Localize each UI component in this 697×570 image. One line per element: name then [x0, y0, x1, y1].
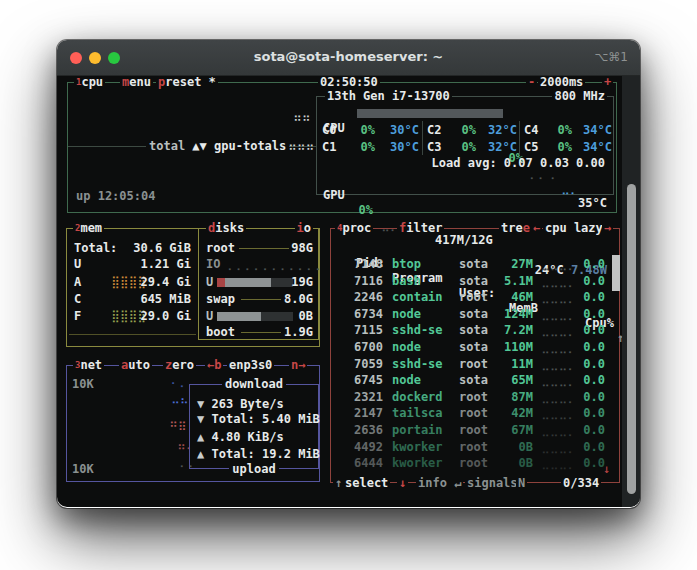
- disks-box: disks io root98G IO⡀⡀⡀⡀⡀⡀⡀⡀⡀⡀⡀ U19G swap…: [198, 228, 319, 340]
- net-box-title: 3net: [73, 358, 104, 372]
- gpu-label: GPU: [323, 188, 345, 203]
- disk-root-used-row: U19G: [199, 275, 318, 290]
- proc-program: sshd-se: [392, 357, 443, 372]
- menu-button[interactable]: menu: [120, 76, 153, 89]
- proc-selection-count: 0/334: [561, 476, 601, 490]
- proc-mem: 11M: [485, 357, 533, 372]
- mem-box: 2mem Total:30.6 GiB U1.21 Gi A⣿⣿⣿⣿29.4 G…: [66, 228, 320, 347]
- net-download-graph-dots: ⣀⣄: [171, 390, 189, 405]
- proc-mem: 87M: [485, 390, 533, 405]
- select-button[interactable]: select: [343, 476, 390, 490]
- proc-mem: 27M: [485, 257, 533, 272]
- proc-row[interactable]: 6734nodesota124M⣀⣀⣀⡀0.0: [337, 307, 619, 322]
- proc-row[interactable]: 2147tailscaroot42M⣀⣀⣀⡀0.0: [337, 406, 619, 421]
- cpu-box: 1cpu menu preset * 02:50:50 - 2000ms + t…: [67, 82, 617, 213]
- sort-next-button[interactable]: →: [602, 221, 613, 235]
- proc-program: tailsca: [392, 406, 443, 421]
- tree-toggle[interactable]: tree: [499, 221, 532, 235]
- proc-program: portain: [392, 423, 443, 438]
- cpu-frequency-label: 800 MHz: [552, 89, 607, 103]
- proc-pid: 7059: [337, 357, 383, 372]
- interval-increase-button[interactable]: +: [602, 76, 613, 89]
- proc-user: root: [459, 290, 488, 305]
- filter-button[interactable]: filter: [397, 221, 444, 235]
- mem-divider-line: [69, 334, 196, 335]
- proc-box-title: 4proc: [335, 221, 373, 235]
- proc-cpu: 0.0: [571, 274, 605, 289]
- mem-free-row: F⣿⣿⣿⣿29.0 Gi: [67, 309, 198, 324]
- upload-speed-row: ▲ 4.80 KiB/s: [197, 430, 284, 445]
- proc-row[interactable]: 4492kworkerroot0B⣀⣀⣀⡀0.0: [337, 440, 619, 455]
- net-auto-toggle[interactable]: auto: [119, 358, 152, 372]
- cpu-box-title: 1cpu: [74, 76, 105, 89]
- proc-program: contain: [392, 290, 443, 305]
- info-button[interactable]: info ↵: [416, 476, 463, 490]
- net-prev-interface-button[interactable]: ←b: [205, 358, 223, 372]
- proc-row[interactable]: 2321dockerdroot87M⣀⣀⣀⡀0.0: [337, 390, 619, 405]
- proc-program: btop: [392, 257, 421, 272]
- net-next-interface-button[interactable]: n→: [289, 358, 307, 372]
- preset-button[interactable]: preset *: [156, 76, 218, 89]
- select-down-icon[interactable]: ↓: [397, 476, 408, 490]
- proc-pid: 7116: [337, 274, 383, 289]
- proc-row[interactable]: 6700nodesota110M⣀⣀⣀⡀0.0: [337, 340, 619, 355]
- proc-pid: 4492: [337, 440, 383, 455]
- proc-program: sshd-se: [392, 323, 443, 338]
- net-scale-top: 10K: [72, 377, 94, 392]
- proc-program: node: [392, 340, 421, 355]
- proc-user: sota: [459, 274, 488, 289]
- signals-button[interactable]: signals: [465, 476, 520, 490]
- proc-mem: 124M: [485, 307, 533, 322]
- proc-row[interactable]: 6745nodesota65M⣀⣀⣀⡀0.0: [337, 373, 619, 388]
- proc-row[interactable]: 7116bashsota5.1M⣀⣀⣀⡀0.0: [337, 274, 619, 289]
- proc-mem: 5.1M: [485, 274, 533, 289]
- net-box: 3net auto zero ←b enp3s0 n→ 10K 10K ⠠⢀ ⣀…: [66, 365, 320, 482]
- disk-root-io-row: IO⡀⡀⡀⡀⡀⡀⡀⡀⡀⡀⡀: [199, 257, 318, 272]
- core-cell: C50%34°C: [524, 140, 613, 155]
- proc-user: root: [459, 357, 488, 372]
- cpu-total-temp: 35°C: [578, 196, 607, 211]
- download-speed-row: ▼ 263 Byte/s: [197, 397, 284, 412]
- mem-used-row: U1.21 Gi: [67, 257, 198, 272]
- sort-mode-label: cpu lazy: [543, 221, 605, 235]
- terminal-scrollbar-track[interactable]: [622, 76, 640, 507]
- proc-scrollbar-thumb[interactable]: [612, 255, 620, 291]
- net-interface-label: enp3s0: [227, 358, 274, 372]
- cpu-model-label: 13th Gen i7-13700: [325, 89, 452, 103]
- net-zero-toggle[interactable]: zero: [163, 358, 196, 372]
- disk-io-graph-dots: ⡀⡀⡀⡀⡀⡀⡀⡀⡀⡀⡀: [227, 257, 324, 272]
- core-cell: C30%32°C: [427, 140, 517, 155]
- proc-pid: 2636: [337, 423, 383, 438]
- core-column-divider: [519, 121, 520, 155]
- proc-row[interactable]: 2636portainroot67M⣀⣀⣀⡀0.0: [337, 423, 619, 438]
- proc-row[interactable]: 2246containroot46M⣀⣀⣀⡀0.0: [337, 290, 619, 305]
- proc-row[interactable]: 7115sshd-sesota7.2M⣀⣀⣀⡀0.0: [337, 323, 619, 338]
- disk-swap-used-meter: [217, 312, 293, 321]
- sort-prev-button[interactable]: ←: [531, 221, 542, 235]
- window-title: sota@sota-homeserver: ~: [57, 49, 640, 64]
- proc-row[interactable]: 7148btopsota27M⣀⣀⣀⡀0.0: [337, 257, 619, 272]
- interval-decrease-button[interactable]: -: [526, 76, 537, 89]
- proc-pid: 2147: [337, 406, 383, 421]
- mem-box-title: 2mem: [73, 221, 104, 235]
- gpu-row: GPU 0% ⣀⡀⡀ 417M/12G ⢀⡀⡀ 24°C 7.48W: [317, 173, 613, 188]
- proc-row[interactable]: 6444kworkerroot0B⣀⣀⣀⡀0.0: [337, 456, 619, 471]
- cpu-graph-mode-toggle[interactable]: total ▲▼ gpu-totals: [146, 139, 289, 154]
- core-column-divider: [422, 121, 423, 155]
- terminal-scrollbar-thumb[interactable]: [627, 184, 636, 494]
- proc-user: root: [459, 440, 488, 455]
- titlebar: sota@sota-homeserver: ~ ⌥⌘1: [57, 40, 640, 76]
- proc-pid: 7148: [337, 257, 383, 272]
- proc-cpu: 0.0: [571, 456, 605, 471]
- proc-user: sota: [459, 373, 488, 388]
- proc-row[interactable]: 7059sshd-seroot11M⣀⣀⣀⡀0.0: [337, 357, 619, 372]
- proc-pid: 2321: [337, 390, 383, 405]
- net-scale-bottom: 10K: [72, 462, 94, 477]
- disks-io-toggle[interactable]: io: [295, 221, 313, 235]
- mem-available-row: A⣿⣿⣿⣿29.4 Gi: [67, 275, 198, 290]
- scroll-down-icon[interactable]: ↓: [603, 462, 610, 477]
- proc-cpu: 0.0: [571, 373, 605, 388]
- core-cell: C10%30°C: [322, 140, 419, 155]
- download-label: download: [190, 377, 318, 391]
- proc-cpu: 0.0: [571, 390, 605, 405]
